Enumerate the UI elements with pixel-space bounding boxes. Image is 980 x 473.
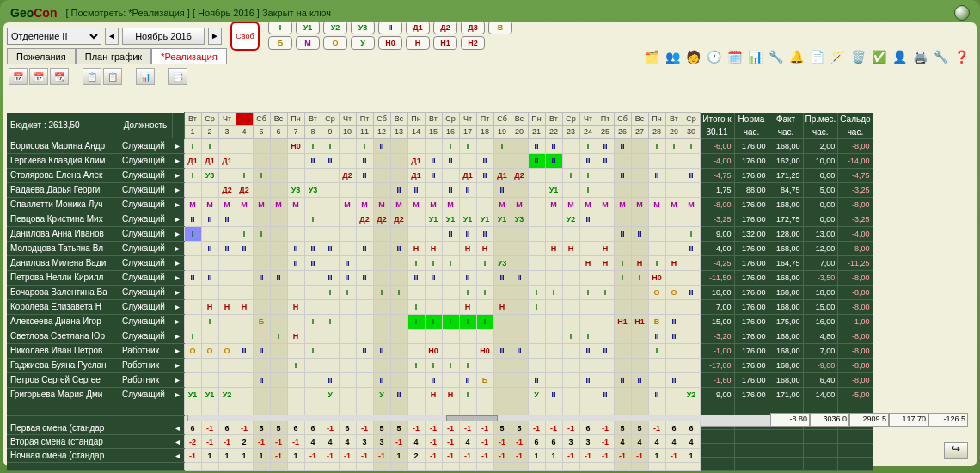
schedule-cell[interactable]: У3 [493,255,511,270]
schedule-cell[interactable]: Н [579,255,597,270]
print-icon[interactable]: 🖨️ [911,48,928,65]
schedule-cell[interactable]: II [322,372,339,387]
schedule-cell[interactable] [304,358,322,372]
month-button[interactable]: Ноябрь 2016 [122,28,205,45]
schedule-cell[interactable]: I [304,314,322,329]
view-icon-1[interactable]: 📅 [9,68,28,85]
schedule-cell[interactable] [459,343,476,358]
schedule-cell[interactable]: II [683,168,700,182]
schedule-cell[interactable] [579,241,597,255]
schedule-cell[interactable] [648,182,665,197]
schedule-cell[interactable] [218,226,236,241]
schedule-cell[interactable]: М [614,197,631,212]
schedule-cell[interactable]: II [459,270,476,285]
schedule-cell[interactable]: II [648,168,665,182]
employee-name[interactable]: Спаллетти Моника Луч [7,197,119,212]
schedule-cell[interactable]: I [545,285,562,299]
schedule-cell[interactable] [579,358,597,372]
schedule-cell[interactable] [631,182,648,197]
schedule-cell[interactable] [201,226,218,241]
schedule-cell[interactable] [528,212,545,226]
employee-name[interactable]: Данилова Милена Вади [7,255,119,270]
schedule-cell[interactable] [304,285,322,299]
shift-II[interactable]: II [378,21,402,34]
schedule-cell[interactable]: II [545,387,562,402]
schedule-cell[interactable]: Д2 [373,212,390,226]
view-icon-4[interactable]: 📋 [83,68,101,85]
schedule-cell[interactable]: II [493,343,511,358]
schedule-cell[interactable]: М [562,197,579,212]
schedule-cell[interactable]: II [459,372,476,387]
schedule-cell[interactable]: Д1 [184,153,201,168]
schedule-cell[interactable] [270,241,287,255]
schedule-cell[interactable]: Н [665,255,683,270]
schedule-cell[interactable]: I [407,358,425,372]
schedule-cell[interactable] [425,285,442,299]
schedule-cell[interactable]: М [287,197,304,212]
shift-Б[interactable]: Б [268,36,292,50]
schedule-cell[interactable]: I [304,138,322,153]
schedule-cell[interactable] [184,182,201,197]
schedule-cell[interactable] [270,255,287,270]
schedule-cell[interactable]: I [459,138,476,153]
schedule-cell[interactable] [665,343,683,358]
schedule-cell[interactable]: II [631,372,648,387]
schedule-cell[interactable] [562,182,579,197]
schedule-cell[interactable] [562,153,579,168]
schedule-cell[interactable] [390,255,407,270]
schedule-cell[interactable]: Б [253,314,270,329]
schedule-cell[interactable] [511,372,528,387]
schedule-cell[interactable] [287,285,304,299]
schedule-cell[interactable] [356,329,373,343]
schedule-cell[interactable] [476,138,493,153]
schedule-cell[interactable] [545,372,562,387]
schedule-cell[interactable]: I [476,255,493,270]
schedule-cell[interactable]: I [614,270,631,285]
schedule-cell[interactable] [184,358,201,372]
schedule-cell[interactable]: II [236,241,253,255]
schedule-cell[interactable] [459,153,476,168]
schedule-cell[interactable]: Д2 [390,212,407,226]
schedule-cell[interactable] [493,329,511,343]
schedule-cell[interactable]: У1 [201,387,218,402]
schedule-cell[interactable] [493,241,511,255]
schedule-cell[interactable]: I [683,138,700,153]
schedule-cell[interactable] [339,372,356,387]
schedule-cell[interactable] [322,182,339,197]
schedule-cell[interactable] [511,387,528,402]
schedule-cell[interactable] [545,255,562,270]
schedule-cell[interactable]: I [236,226,253,241]
schedule-cell[interactable] [545,226,562,241]
window-control-icon[interactable] [954,5,970,21]
schedule-cell[interactable]: II [476,226,493,241]
schedule-cell[interactable]: II [614,226,631,241]
shift-I[interactable]: I [268,21,292,34]
schedule-cell[interactable]: О [648,285,665,299]
schedule-cell[interactable] [545,299,562,314]
schedule-cell[interactable]: Н [442,387,459,402]
schedule-cell[interactable]: II [373,343,390,358]
schedule-cell[interactable] [339,314,356,329]
shift-У3[interactable]: У3 [351,21,375,34]
schedule-cell[interactable] [545,168,562,182]
schedule-cell[interactable]: II [665,329,683,343]
schedule-cell[interactable] [631,387,648,402]
schedule-cell[interactable] [476,358,493,372]
schedule-cell[interactable]: II [683,241,700,255]
schedule-cell[interactable] [270,343,287,358]
schedule-cell[interactable] [253,299,270,314]
schedule-cell[interactable]: I [425,358,442,372]
schedule-cell[interactable]: I [201,314,218,329]
schedule-cell[interactable]: М [253,197,270,212]
schedule-cell[interactable]: II [579,153,597,168]
schedule-cell[interactable] [545,314,562,329]
schedule-cell[interactable] [665,153,683,168]
schedule-cell[interactable] [287,168,304,182]
schedule-cell[interactable]: У1 [442,212,459,226]
schedule-cell[interactable] [253,182,270,197]
schedule-cell[interactable] [236,212,253,226]
schedule-cell[interactable] [476,387,493,402]
schedule-cell[interactable] [579,314,597,329]
schedule-cell[interactable] [201,329,218,343]
schedule-cell[interactable]: М [579,197,597,212]
